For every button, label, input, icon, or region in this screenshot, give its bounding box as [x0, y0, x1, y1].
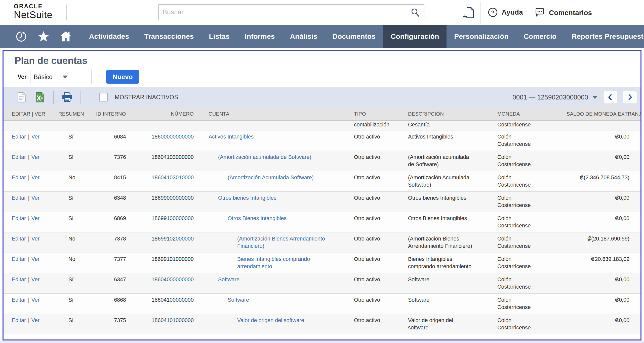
edit-link[interactable]: Editar: [12, 297, 26, 303]
view-link[interactable]: Ver: [31, 215, 39, 221]
view-link[interactable]: Ver: [31, 256, 39, 262]
cell-resumen: Sí: [50, 192, 88, 212]
view-link[interactable]: Ver: [31, 317, 39, 323]
edit-link[interactable]: Editar: [12, 195, 26, 201]
cell-descripcion: (Amortización Acumulada Software): [394, 171, 484, 192]
range-dropdown[interactable]: 0001 — 12590203000000: [512, 93, 598, 101]
cell-id-interno: 6347: [88, 273, 128, 294]
search-icon[interactable]: [411, 8, 420, 17]
page-bottom-strip: [0, 340, 644, 343]
edit-link[interactable]: Editar: [12, 215, 26, 221]
nav-item-configuracion[interactable]: Configuración: [383, 25, 447, 48]
account-link[interactable]: (Amortización acumulada de Software): [218, 154, 311, 160]
view-link[interactable]: Ver: [31, 134, 39, 140]
descripcion-text: Software: [408, 296, 474, 304]
cell-numero: 18604100000000: [128, 294, 195, 314]
column-header-descripcion[interactable]: DESCRIPCIÓN: [394, 107, 484, 121]
column-header-id-interno[interactable]: ID INTERNO: [88, 107, 128, 121]
account-link[interactable]: (Amortización Bienes Arrendamiento Finan…: [237, 236, 325, 249]
nav-item-transacciones[interactable]: Transacciones: [137, 25, 201, 48]
show-inactive-checkbox[interactable]: [99, 93, 108, 101]
descripcion-text: Activos Intangibles: [408, 133, 474, 141]
quick-add-record-icon[interactable]: [462, 6, 475, 19]
edit-link[interactable]: Editar: [12, 277, 26, 283]
home-icon[interactable]: [60, 31, 71, 42]
cell-resumen: Sí: [50, 212, 88, 232]
cell-resumen: No: [50, 253, 88, 273]
view-link[interactable]: Ver: [31, 297, 39, 303]
cell-numero: 18604101000000: [128, 314, 195, 334]
feedback-link[interactable]: Comentarios: [534, 7, 592, 19]
nav-item-personalizacion[interactable]: Personalización: [447, 25, 516, 48]
table-row: Editar|VerSí737518604101000000Valor de o…: [4, 314, 641, 334]
nav-item-documentos[interactable]: Documentos: [325, 25, 383, 48]
view-link[interactable]: Ver: [31, 195, 39, 201]
nav-item-reportes-presupuesto[interactable]: Reportes Presupuesto: [564, 25, 644, 48]
column-header-saldo-de-moneda-extranjera[interactable]: SALDO DE MONEDA EXTRANJERA: [567, 107, 641, 121]
nav-item-actividades[interactable]: Actividades: [82, 25, 137, 48]
account-link[interactable]: Bienes Intangibles comprando arrendamien…: [237, 256, 310, 269]
link-separator: |: [26, 236, 31, 242]
search-input[interactable]: [158, 4, 424, 20]
edit-link[interactable]: Editar: [12, 256, 26, 262]
nav-items: ActividadesTransaccionesListasInformesAn…: [82, 25, 644, 48]
nav-item-listas[interactable]: Listas: [202, 25, 237, 48]
cell-moneda: Costarricense: [484, 121, 567, 130]
cell-moneda: Colón Costarricense: [484, 151, 567, 171]
account-link[interactable]: Otros Bienes Intangibles: [228, 215, 287, 221]
csv-export-icon[interactable]: [16, 91, 27, 103]
cell-id-interno: 7376: [88, 151, 128, 171]
table-row: Editar|VerSí686918699100000000Otros Bien…: [4, 212, 641, 232]
cell-id-interno: 7378: [88, 232, 128, 253]
edit-link[interactable]: Editar: [12, 236, 26, 242]
account-link[interactable]: (Amortización Acumulada Software): [228, 175, 314, 181]
cell-cuenta: (Amortización Bienes Arrendamiento Finan…: [195, 232, 340, 253]
column-header-moneda[interactable]: MONEDA: [484, 107, 567, 121]
list-controls: Ver Básico Nuevo: [18, 70, 640, 84]
column-header-editar-ver[interactable]: EDITAR | VER: [4, 107, 50, 121]
cell-descripcion: Otros Bienes Intangibles: [394, 212, 484, 232]
nav-item-analisis[interactable]: Análisis: [283, 25, 325, 48]
nav-item-comercio[interactable]: Comercio: [516, 25, 564, 48]
account-link[interactable]: Software: [218, 277, 239, 283]
column-header-cuenta[interactable]: CUENTA: [195, 107, 340, 121]
account-link[interactable]: Activos Intangibles: [209, 134, 254, 140]
descripcion-text: Otros bienes Intangibles: [408, 194, 474, 202]
excel-export-icon[interactable]: [34, 91, 46, 103]
account-link[interactable]: Valor de origen del software: [237, 317, 304, 323]
column-header-resumen[interactable]: RESUMEN: [50, 107, 88, 121]
edit-link[interactable]: Editar: [12, 154, 26, 160]
cell-editar-ver: Editar|Ver: [4, 212, 50, 232]
cell-cuenta: Valor de origen del software: [195, 314, 340, 334]
view-link[interactable]: Ver: [31, 175, 39, 181]
cell-saldo: ₡0,00: [567, 273, 641, 294]
print-icon[interactable]: [61, 91, 73, 103]
column-header-numero[interactable]: NÚMERO: [128, 107, 195, 121]
edit-link[interactable]: Editar: [12, 317, 26, 323]
cell-tipo: Otro activo: [340, 192, 394, 212]
view-link[interactable]: Ver: [31, 154, 39, 160]
new-button[interactable]: Nuevo: [106, 70, 139, 84]
moneda-text: Colón Costarricense: [497, 194, 538, 209]
cell-cuenta: (Amortización acumulada de Software): [195, 151, 340, 171]
account-link[interactable]: Software: [228, 297, 249, 303]
cell-numero: 18699101000000: [128, 253, 195, 273]
help-link[interactable]: ? Ayuda: [488, 7, 523, 18]
history-icon[interactable]: [16, 31, 27, 42]
previous-page-button[interactable]: [603, 91, 617, 104]
cell-descripcion: Software: [394, 294, 484, 314]
cell-moneda: Colón Costarricense: [484, 192, 567, 212]
account-link[interactable]: Otros bienes Intangibles: [218, 195, 276, 201]
cell-editar-ver: Editar|Ver: [4, 232, 50, 253]
view-link[interactable]: Ver: [31, 236, 39, 242]
column-header-tipo[interactable]: TIPO: [340, 107, 394, 121]
next-page-button[interactable]: [623, 91, 637, 104]
view-select[interactable]: Básico: [30, 71, 71, 83]
netsuite-logo[interactable]: ORACLE NetSuite: [14, 3, 53, 20]
nav-item-informes[interactable]: Informes: [237, 25, 283, 48]
cell-resumen: Sí: [50, 273, 88, 294]
edit-link[interactable]: Editar: [12, 134, 26, 140]
favorites-star-icon[interactable]: [38, 31, 49, 42]
view-link[interactable]: Ver: [31, 277, 39, 283]
edit-link[interactable]: Editar: [12, 175, 26, 181]
